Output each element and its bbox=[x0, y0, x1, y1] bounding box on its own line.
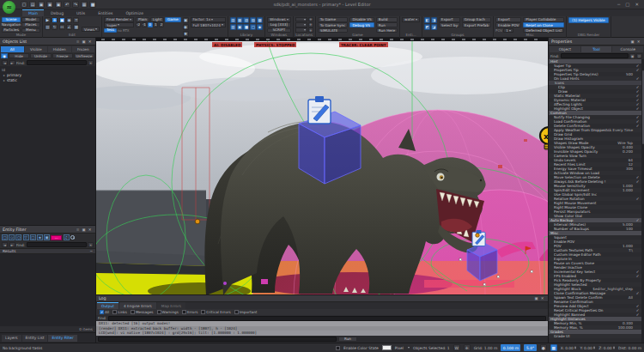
coordinate-y-value[interactable]: 0.00 bbox=[584, 346, 592, 350]
ribbon-tab[interactable]: Main bbox=[22, 9, 44, 16]
log-filter-checkbox[interactable]: Messages bbox=[131, 310, 154, 314]
objects-filter-tab[interactable]: Frozen bbox=[72, 46, 95, 52]
edit-tool-icon[interactable]: ▣ bbox=[59, 17, 65, 23]
mode-button[interactable]: Navigation bbox=[2, 22, 21, 27]
render-option-icon[interactable]: ◉ bbox=[183, 24, 189, 30]
group-op-button[interactable]: Export Prefab bbox=[462, 22, 491, 27]
clear-search-button[interactable]: ✕ bbox=[88, 242, 94, 247]
log-filter-checkbox[interactable]: Errors bbox=[182, 310, 197, 314]
properties-filter-icon[interactable]: ☑ bbox=[636, 53, 642, 58]
misc-button[interactable]: Enable POV bbox=[495, 22, 521, 27]
app-logo-icon[interactable]: ≈ bbox=[3, 1, 15, 14]
panel-header-icon[interactable]: ≡ bbox=[75, 228, 81, 232]
dock-tab[interactable]: Layers bbox=[2, 335, 21, 342]
location-dropdown[interactable] bbox=[295, 22, 307, 27]
game-button[interactable]: To Game Sync bbox=[318, 22, 349, 27]
entity-type-filter-icon[interactable]: ◈ bbox=[37, 234, 43, 240]
objects-select-icon[interactable]: ◉ bbox=[1, 53, 8, 58]
spinner-icon[interactable] bbox=[574, 346, 576, 350]
spinner-icon[interactable] bbox=[613, 346, 615, 350]
lod-level-button[interactable]: -1 bbox=[142, 22, 147, 27]
objects-action-button[interactable]: Unhide bbox=[30, 53, 51, 58]
entity-type-filter-icon[interactable]: ▢ bbox=[2, 234, 8, 240]
objects-filter-tab[interactable]: Visible bbox=[25, 46, 48, 52]
library-icon[interactable]: ▦ bbox=[237, 17, 243, 23]
properties-filter-icon[interactable]: ▣ bbox=[629, 53, 635, 58]
property-checkbox[interactable]: ✓ bbox=[634, 313, 641, 317]
quickbar-icon[interactable]: ▢ bbox=[21, 1, 27, 8]
library-icon[interactable]: ▤ bbox=[230, 17, 236, 23]
expand-arrow-icon[interactable]: ▸ bbox=[3, 78, 5, 82]
mode-button[interactable]: Model bbox=[21, 17, 40, 22]
log-filter-checkbox[interactable]: Important bbox=[234, 310, 258, 314]
log-filter-checkbox[interactable]: Warnings bbox=[157, 310, 179, 314]
axis-lock-icon[interactable]: ● bbox=[540, 344, 547, 351]
library-icon[interactable]: ▣ bbox=[237, 24, 243, 30]
group-op-icon[interactable]: ◧ bbox=[424, 17, 430, 23]
panel-header-icon[interactable]: ≡ bbox=[75, 39, 81, 44]
mode-button[interactable]: Scene bbox=[2, 17, 21, 22]
color-pick-swatch[interactable] bbox=[382, 345, 392, 350]
search-icon[interactable] bbox=[70, 235, 76, 240]
group-op-button[interactable]: Select by bbox=[439, 22, 460, 27]
edit-tool-icon[interactable]: ↻ bbox=[52, 24, 58, 30]
game-button[interactable]: To Game bbox=[318, 17, 349, 22]
quickbar-icon[interactable]: ↷ bbox=[72, 1, 79, 8]
close-button[interactable]: ✕ bbox=[635, 2, 639, 7]
supersampling-dropdown[interactable]: Super bbox=[104, 22, 134, 27]
group-op-icon[interactable]: ◪ bbox=[431, 24, 437, 30]
library-icon[interactable]: ■ bbox=[243, 24, 249, 30]
add-location-button[interactable]: + bbox=[308, 22, 313, 27]
viewport-3d[interactable]: x1 S bbox=[96, 38, 548, 295]
quickbar-icon[interactable]: ▣ bbox=[38, 1, 45, 8]
panel-header-icon[interactable]: ✕ bbox=[539, 296, 545, 300]
move-snap-toggle[interactable]: 0.100 m bbox=[501, 344, 520, 351]
edit-tool-icon[interactable]: ↔ bbox=[59, 24, 65, 30]
quickbar-icon[interactable]: ▣ bbox=[55, 1, 62, 8]
clear-search-button[interactable]: ✕ bbox=[88, 60, 94, 65]
log-filter-checkbox[interactable]: Links bbox=[112, 310, 127, 314]
angle-snap-toggle[interactable]: 5.0° bbox=[524, 344, 536, 351]
log-filter-checkbox[interactable]: ✓ All bbox=[100, 310, 109, 314]
coordinate-z-value[interactable]: 0.00 bbox=[604, 346, 612, 350]
property-checkbox[interactable]: ✓ bbox=[634, 106, 641, 111]
coordinate-x-value[interactable]: 0.00 bbox=[565, 346, 574, 350]
move-tool-icon[interactable]: ✛ bbox=[464, 344, 471, 351]
panel-header-icon[interactable]: ✕ bbox=[87, 39, 93, 44]
history-back-button[interactable]: ◄ bbox=[2, 242, 8, 247]
lod-level-button[interactable]: -2 bbox=[136, 22, 141, 27]
objects-action-button[interactable]: Hide bbox=[9, 53, 29, 58]
location-dropdown[interactable] bbox=[295, 27, 307, 32]
property-row[interactable]: Grade UI bbox=[549, 334, 641, 338]
tree-item[interactable]: ▸ static bbox=[0, 78, 95, 84]
vs-button[interactable]: Debug VS bbox=[349, 22, 374, 27]
library-icon[interactable]: ▥ bbox=[230, 24, 236, 30]
quickbar-icon[interactable]: ▣ bbox=[46, 1, 53, 8]
viewport-header-strip[interactable] bbox=[96, 38, 548, 41]
build-run-button[interactable]: Run bbox=[376, 22, 398, 27]
render-factor-dropdown[interactable]: Factor: 1x bbox=[191, 17, 226, 22]
edit-tool-icon[interactable]: ▶ bbox=[45, 17, 51, 23]
group-op-button[interactable]: Export bbox=[439, 17, 460, 22]
objects-filter-tab[interactable]: Hidden bbox=[48, 46, 71, 52]
helpers-visible-toggle[interactable]: (1) Helpers Visible bbox=[568, 17, 608, 23]
color-filter-swatch[interactable]: … bbox=[51, 235, 62, 240]
add-location-button[interactable]: + bbox=[308, 27, 313, 32]
world-space-icon[interactable]: W bbox=[453, 344, 460, 351]
entity-type-filter-icon[interactable]: ○ bbox=[15, 234, 21, 240]
chevron-down-icon[interactable] bbox=[408, 347, 410, 349]
property-checkbox[interactable]: ✓ bbox=[634, 274, 641, 278]
dock-tab[interactable]: Entity List bbox=[22, 335, 48, 342]
ribbon-tab[interactable]: Entities bbox=[92, 9, 118, 16]
views-dropdown[interactable]: Views bbox=[82, 27, 100, 32]
collapse-icon[interactable]: − bbox=[89, 249, 93, 253]
edit-tool-icon[interactable]: ◉ bbox=[66, 17, 72, 23]
property-checkbox[interactable]: ✓ bbox=[634, 179, 641, 184]
lod-level-button[interactable]: 0 bbox=[148, 22, 153, 27]
panel-header-icon[interactable]: ✕ bbox=[87, 228, 93, 232]
edit-tool-icon[interactable]: ▤ bbox=[45, 24, 51, 30]
build-run-button[interactable]: Build bbox=[376, 17, 398, 22]
objects-search-input[interactable] bbox=[27, 60, 87, 65]
group-op-icon[interactable]: ◩ bbox=[424, 24, 430, 30]
quickbar-icon[interactable]: ■ bbox=[89, 1, 96, 8]
